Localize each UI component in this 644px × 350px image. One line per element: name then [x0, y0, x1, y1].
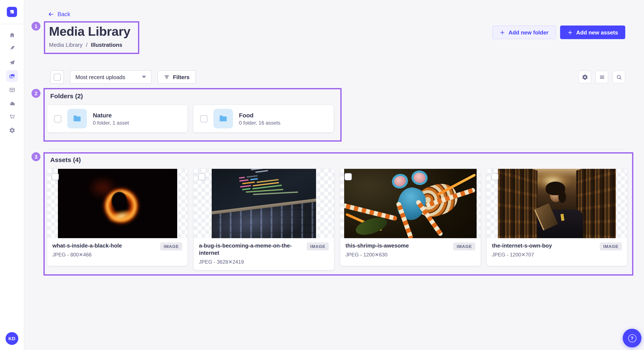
page-header: Media Library Media Library / Illustrati…	[44, 21, 137, 50]
asset-meta: JPEG - 3628✕2419	[199, 259, 303, 265]
layout-icon	[9, 87, 15, 93]
asset-media	[340, 169, 480, 238]
back-arrow-icon	[48, 11, 54, 17]
folder-name: Nature	[93, 112, 129, 118]
asset-footer: this-shrimp-is-awesome JPEG - 1200✕630 I…	[340, 238, 480, 263]
sidebar-item-releases[interactable]	[6, 57, 18, 68]
images-icon	[9, 73, 15, 79]
asset-type-badge: IMAGE	[307, 242, 329, 250]
asset-thumbnail-library-portrait-photo	[498, 169, 616, 238]
add-new-folder-button[interactable]: Add new folder	[492, 25, 556, 39]
gear-icon	[9, 127, 15, 133]
asset-footer: what-s-inside-a-black-hole JPEG - 800✕46…	[47, 238, 188, 263]
app-root: KD Back Media Library Media Library / Il…	[0, 0, 644, 350]
asset-meta: JPEG - 1200✕630	[346, 252, 409, 258]
asset-card[interactable]: what-s-inside-a-black-hole JPEG - 800✕46…	[47, 169, 188, 266]
sidebar-item-deploy[interactable]	[6, 97, 18, 109]
list-icon	[599, 74, 605, 80]
asset-card[interactable]: the-internet-s-own-boy JPEG - 1200✕707 I…	[487, 169, 627, 266]
user-avatar[interactable]: KD	[6, 332, 18, 345]
asset-checkbox[interactable]	[52, 173, 59, 180]
sidebar-item-settings[interactable]	[6, 124, 18, 136]
question-mark-icon: ?	[628, 334, 636, 342]
breadcrumb-parent[interactable]: Media Library	[49, 41, 83, 48]
folders-section-title: Folders (2)	[50, 92, 83, 100]
sidebar-item-media-library[interactable]	[6, 70, 18, 82]
asset-thumbnail-laptop-code-photo	[212, 169, 316, 238]
asset-type-badge: IMAGE	[600, 242, 622, 250]
sidebar-divider	[0, 24, 24, 24]
folder-card-food[interactable]: Food 0 folder, 16 assets	[193, 105, 334, 132]
sidebar: KD	[0, 0, 24, 350]
folder-icon	[72, 114, 82, 123]
back-label: Back	[58, 11, 70, 17]
back-link[interactable]: Back	[48, 11, 70, 17]
asset-title: this-shrimp-is-awesome	[346, 242, 409, 250]
folder-info: Nature 0 folder, 1 asset	[93, 112, 129, 126]
add-new-assets-button[interactable]: Add new assets	[560, 25, 625, 39]
folder-checkbox[interactable]	[200, 115, 208, 122]
settings-view-button[interactable]	[578, 71, 591, 83]
asset-meta: JPEG - 800✕466	[52, 252, 122, 258]
list-view-button[interactable]	[596, 71, 608, 83]
annotation-step-1: 1	[32, 22, 40, 31]
filters-label: Filters	[173, 74, 190, 80]
chevron-down-icon	[142, 76, 146, 78]
asset-card[interactable]: this-shrimp-is-awesome JPEG - 1200✕630 I…	[340, 169, 480, 266]
sidebar-item-home[interactable]	[6, 29, 18, 41]
asset-thumbnail-mantis-shrimp-photo	[344, 169, 476, 238]
asset-info: what-s-inside-a-black-hole JPEG - 800✕46…	[52, 242, 122, 258]
sort-dropdown[interactable]: Most recent uploads	[70, 70, 152, 84]
folder-meta: 0 folder, 1 asset	[93, 120, 129, 126]
page-title: Media Library	[49, 24, 137, 38]
cloud-icon	[9, 100, 15, 107]
feather-icon	[9, 45, 15, 51]
assets-section-title: Assets (4)	[50, 156, 81, 163]
annotation-step-2: 2	[32, 89, 40, 98]
sort-value: Most recent uploads	[76, 74, 125, 80]
asset-info: the-internet-s-own-boy JPEG - 1200✕707	[492, 242, 552, 258]
plus-icon	[567, 29, 573, 35]
paper-plane-icon	[9, 59, 15, 66]
annotation-step-3: 3	[32, 152, 40, 161]
asset-checkbox[interactable]	[198, 173, 205, 180]
sidebar-item-content-type-builder[interactable]	[6, 84, 18, 96]
folder-icon	[218, 114, 228, 123]
folder-checkbox[interactable]	[54, 115, 61, 122]
add-new-folder-label: Add new folder	[508, 29, 548, 35]
gear-icon	[582, 74, 588, 80]
asset-footer: a-bug-is-becoming-a-meme-on-the-internet…	[194, 238, 334, 270]
asset-checkbox[interactable]	[344, 173, 352, 180]
folder-card-nature[interactable]: Nature 0 folder, 1 asset	[47, 105, 188, 132]
sidebar-item-marketplace[interactable]	[6, 111, 18, 123]
asset-title: a-bug-is-becoming-a-meme-on-the-internet	[199, 242, 303, 257]
folder-tile	[67, 109, 87, 128]
add-new-assets-label: Add new assets	[576, 29, 618, 35]
folder-meta: 0 folder, 16 assets	[239, 120, 280, 126]
asset-info: a-bug-is-becoming-a-meme-on-the-internet…	[199, 242, 303, 265]
asset-type-badge: IMAGE	[453, 242, 475, 250]
plus-icon	[500, 29, 505, 35]
sidebar-item-content-manager[interactable]	[6, 42, 18, 54]
search-icon	[616, 74, 622, 80]
home-icon	[9, 32, 15, 38]
view-tools	[578, 71, 625, 83]
cart-icon	[9, 113, 15, 120]
folder-name: Food	[239, 112, 280, 118]
breadcrumb-current: Illustrations	[91, 41, 122, 48]
help-button[interactable]: ?	[623, 329, 642, 348]
asset-info: this-shrimp-is-awesome JPEG - 1200✕630	[346, 242, 409, 258]
asset-card[interactable]: a-bug-is-becoming-a-meme-on-the-internet…	[194, 169, 334, 270]
asset-checkbox[interactable]	[491, 173, 498, 180]
select-all-container	[50, 70, 64, 84]
strapi-logo-icon[interactable]	[7, 7, 17, 17]
asset-media	[47, 169, 188, 238]
folder-tile	[214, 109, 233, 128]
folder-info: Food 0 folder, 16 assets	[239, 112, 280, 126]
asset-type-badge: IMAGE	[160, 242, 182, 250]
asset-footer: the-internet-s-own-boy JPEG - 1200✕707 I…	[487, 238, 627, 263]
header-actions: Add new folder Add new assets	[492, 25, 625, 39]
select-all-checkbox[interactable]	[54, 73, 61, 81]
filters-button[interactable]: Filters	[158, 70, 196, 84]
search-button[interactable]	[612, 71, 625, 83]
